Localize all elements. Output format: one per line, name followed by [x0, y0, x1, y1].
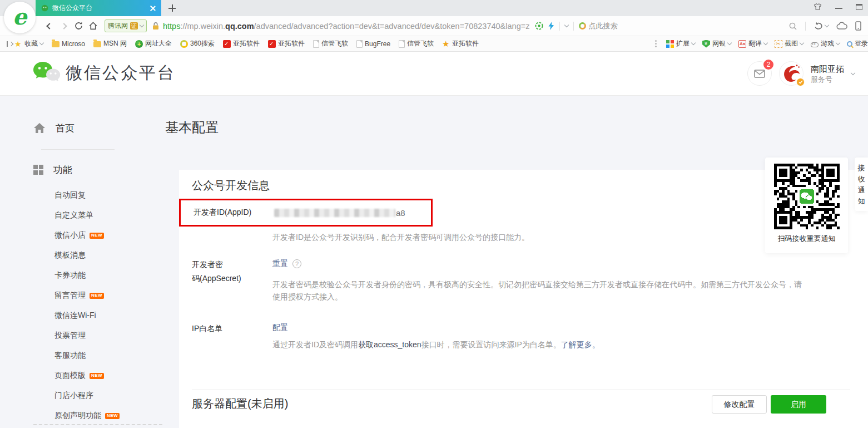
- bookmark-item[interactable]: Microso: [52, 40, 85, 48]
- browser-toolbar: 腾讯网 证 https://mp.weixin.qq.com/advanced/…: [0, 16, 868, 36]
- browser-titlebar: e 微信公众平台: [0, 0, 868, 16]
- new-badge: NEW: [90, 293, 104, 299]
- sidebar-sub-item[interactable]: 微信小店 NEW: [33, 225, 150, 245]
- sidebar-home-label: 首页: [56, 122, 75, 135]
- bookmark-item[interactable]: 亚拓软件: [223, 39, 260, 48]
- bookmark-icon: [356, 40, 363, 48]
- tool-label: 截图: [785, 39, 798, 48]
- snapshot-aperture-icon[interactable]: [535, 22, 543, 30]
- bookmark-icon: [135, 40, 143, 48]
- bookmarks-expand-icon[interactable]: [7, 41, 12, 47]
- browser-tab[interactable]: 微信公众平台: [36, 0, 161, 16]
- sidebar-sub-item[interactable]: 微信连Wi-Fi: [33, 306, 150, 326]
- bookmark-item[interactable]: 信管飞软: [313, 39, 348, 48]
- site-identity-badge[interactable]: 腾讯网 证: [105, 19, 147, 32]
- cloud-sync-icon[interactable]: [836, 22, 847, 30]
- appid-highlight-annotation: 开发者ID(AppID) a8: [179, 199, 433, 227]
- account-name: 南阳亚拓: [811, 63, 844, 75]
- phone-send-icon[interactable]: [855, 21, 861, 31]
- bookmark-item[interactable]: 360搜索: [180, 39, 215, 48]
- sidebar-sub-item[interactable]: 原创声明功能 NEW: [33, 406, 150, 426]
- sidebar-sub-item[interactable]: 客服功能: [33, 346, 150, 366]
- enable-button[interactable]: 启用: [771, 395, 826, 414]
- sidebar-function-items: 自动回复 自定义菜单 微信小店 NEW 模板消息: [33, 185, 150, 426]
- page-title: 基本配置: [165, 119, 219, 136]
- bookmark-item[interactable]: BugFree: [356, 40, 390, 48]
- sidebar-sub-item[interactable]: 模板消息: [33, 245, 150, 265]
- theme-skin-icon[interactable]: [814, 3, 822, 11]
- lock-icon: [152, 22, 160, 30]
- modify-config-button[interactable]: 修改配置: [712, 395, 767, 414]
- ip-config-link[interactable]: 配置: [272, 323, 288, 332]
- tab-close-icon[interactable]: [150, 6, 156, 11]
- search-icon[interactable]: [788, 22, 797, 31]
- bookmark-icon: [442, 40, 450, 48]
- receive-notice-side-tab[interactable]: 接收通知: [855, 158, 868, 211]
- sidebar-sub-item-label: 自动回复: [54, 190, 86, 200]
- sidebar-sub-item[interactable]: 留言管理 NEW: [33, 286, 150, 306]
- back-button[interactable]: [42, 16, 57, 36]
- sidebar-sub-item[interactable]: 页面模版 NEW: [33, 366, 150, 386]
- bookmark-label: 亚拓软件: [233, 39, 260, 48]
- sidebar-item-function[interactable]: 功能: [33, 158, 150, 182]
- bookmarks-list: 收藏 Microso MSN 网 网址大全: [14, 39, 479, 48]
- toolbar-tool-item[interactable]: 截图: [775, 39, 803, 48]
- refresh-icon: [74, 21, 83, 31]
- notifications-button[interactable]: 2: [747, 61, 772, 86]
- more-tools-icon[interactable]: [655, 43, 657, 45]
- tool-caret-icon: [800, 41, 804, 45]
- refresh-button[interactable]: [71, 16, 86, 36]
- divider: [559, 22, 560, 31]
- quick-search[interactable]: 点此搜索: [579, 21, 617, 31]
- undo-history-icon[interactable]: [814, 22, 824, 31]
- speed-mode-lightning-icon[interactable]: [548, 22, 554, 30]
- bookmark-icon: [399, 40, 405, 48]
- maximize-icon[interactable]: [856, 4, 862, 10]
- bookmark-label: 亚拓软件: [452, 39, 479, 48]
- sidebar-sub-item[interactable]: 投票管理: [33, 326, 150, 346]
- ip-whitelist-description: 通过开发者ID及密码调用获取access_token接口时，需要设置访问来源IP…: [272, 338, 817, 351]
- ip-whitelist-label: IP白名单: [192, 324, 222, 334]
- home-button[interactable]: [86, 16, 100, 36]
- toolbar-tool-item[interactable]: 游戏: [811, 39, 840, 48]
- forward-button[interactable]: [57, 16, 71, 36]
- toolbar-tool-item[interactable]: 翻译: [738, 39, 767, 48]
- access-token-link[interactable]: 获取access_token: [358, 340, 421, 349]
- bookmark-item[interactable]: 网址大全: [135, 39, 172, 48]
- qr-caption: 扫码接收重要通知: [765, 234, 848, 244]
- new-badge: NEW: [90, 233, 104, 239]
- reset-link[interactable]: 重置: [272, 259, 288, 269]
- account-menu-caret-icon[interactable]: [851, 70, 855, 75]
- help-icon[interactable]: ?: [292, 259, 301, 268]
- url-bar[interactable]: https://mp.weixin.qq.com/advanced/advanc…: [163, 22, 529, 31]
- bookmark-icon: [268, 40, 276, 48]
- appsecret-description: 开发者密码是校验公众号开发者身份的密码，具有极高的安全性。切记勿把密码直接交给第…: [272, 278, 809, 303]
- account-avatar[interactable]: [779, 61, 803, 86]
- section-divider: [192, 390, 850, 390]
- appid-value-suffix: a8: [396, 208, 405, 218]
- tool-icon: [738, 40, 746, 48]
- undo-caret-icon[interactable]: [825, 23, 829, 27]
- sidebar-sub-item[interactable]: 自定义菜单: [33, 205, 150, 225]
- toolbar-tool-item[interactable]: 登录: [847, 39, 868, 48]
- bookmark-item[interactable]: MSN 网: [93, 39, 127, 48]
- learn-more-link[interactable]: 了解更多。: [561, 340, 600, 349]
- sidebar-sub-item[interactable]: 门店小程序: [33, 386, 150, 406]
- toolbar-tool-item[interactable]: 网银: [702, 39, 731, 48]
- tool-caret-icon: [836, 41, 840, 45]
- toolbar-tool-item[interactable]: 扩展: [666, 39, 695, 48]
- sidebar-item-home[interactable]: 首页: [33, 116, 150, 140]
- bookmark-item[interactable]: 亚拓软件: [268, 39, 305, 48]
- sidebar-sub-item[interactable]: 卡券功能: [33, 265, 150, 286]
- bookmark-icon: [52, 41, 59, 47]
- minimize-icon[interactable]: [835, 4, 842, 9]
- bookmark-item[interactable]: 亚拓软件: [442, 39, 479, 48]
- sidebar-sub-item[interactable]: 自动回复: [33, 185, 150, 205]
- bookmark-item[interactable]: 收藏: [14, 39, 43, 48]
- browser-logo-360[interactable]: e: [4, 2, 36, 33]
- tool-label: 游戏: [821, 39, 834, 48]
- bookmark-item[interactable]: 信管飞软: [399, 39, 434, 48]
- new-tab-icon[interactable]: [168, 4, 176, 12]
- url-dropdown-caret-icon[interactable]: [564, 23, 569, 27]
- sidebar-bottom-dashed-divider: [33, 424, 162, 425]
